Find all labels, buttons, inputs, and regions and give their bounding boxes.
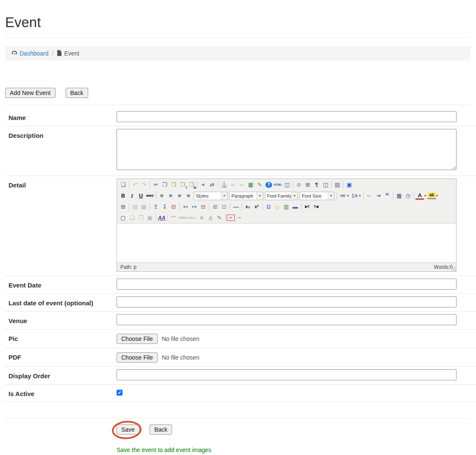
preview-icon[interactable]: ◫ <box>282 181 291 189</box>
text-color-icon[interactable]: A <box>415 192 424 200</box>
fullscreen-icon[interactable]: ▣ <box>345 181 354 189</box>
template-preview-icon[interactable]: ◫ <box>321 181 330 189</box>
insert-column-before-icon[interactable]: ↤ <box>181 203 190 211</box>
form-row-is-active: Is Active <box>4 385 476 402</box>
emoticons-icon[interactable]: ☺ <box>273 203 282 211</box>
display-order-input[interactable] <box>117 369 457 380</box>
breadcrumb-dashboard-link[interactable]: Dashboard <box>11 50 49 57</box>
underline-icon[interactable]: U <box>136 192 145 200</box>
font-size-select[interactable]: Font Size▾ <box>300 192 334 200</box>
format-select[interactable]: Paragraph▾ <box>229 192 263 200</box>
insert-layer-icon[interactable]: ▢ <box>119 214 128 222</box>
last-date-input[interactable] <box>117 296 457 307</box>
unlink-icon: ∞ <box>237 181 246 189</box>
back-button-bottom[interactable]: Back <box>150 424 172 435</box>
align-center-icon[interactable]: ≡ <box>166 192 175 200</box>
help-icon[interactable]: ? <box>265 182 272 188</box>
form-row-display-order: Display Order <box>4 367 476 385</box>
citation-icon: “” <box>169 214 178 222</box>
edit-html-icon[interactable]: HTML <box>273 181 282 189</box>
cut-icon[interactable]: ✂ <box>151 181 160 189</box>
venue-input[interactable] <box>117 314 457 325</box>
delete-row-icon[interactable]: ⊟ <box>169 203 178 211</box>
is-active-checkbox[interactable] <box>117 390 122 396</box>
superscript-icon[interactable]: x² <box>252 203 261 211</box>
text-color-dropdown-arrow[interactable]: ▾ <box>424 194 426 198</box>
toolbar-separator <box>179 203 180 210</box>
delete-column-icon[interactable]: ⊟ <box>199 203 208 211</box>
page-break-icon[interactable]: ╌ <box>235 214 244 222</box>
insert-media-icon[interactable]: ▥ <box>282 203 291 211</box>
toolbar-separator <box>167 214 168 221</box>
nonbreaking-space-icon[interactable]: ↵ <box>227 215 235 221</box>
insert-time-icon[interactable]: ◷ <box>404 192 412 200</box>
back-button-top[interactable]: Back <box>66 88 88 98</box>
bold-icon[interactable]: B <box>119 192 128 200</box>
style-properties-icon[interactable]: AA <box>157 214 166 222</box>
bullet-list-dropdown-arrow[interactable]: ▾ <box>347 194 349 198</box>
font-family-select-arrow-icon[interactable]: ▾ <box>291 192 298 200</box>
paste-from-word-icon[interactable]: ❒W <box>187 181 196 189</box>
anchor-icon[interactable]: ⚓ <box>220 181 228 189</box>
styles-select-arrow-icon[interactable]: ▾ <box>221 192 227 200</box>
background-color-icon[interactable]: ab <box>427 192 436 199</box>
save-button[interactable]: Save <box>117 424 139 435</box>
insert-image-icon[interactable]: ▦ <box>246 181 255 189</box>
find-replace-icon[interactable]: ⇄ <box>208 181 217 189</box>
insert-row-before-icon[interactable]: ↥ <box>151 203 160 211</box>
editor-content-area[interactable] <box>117 223 456 262</box>
paste-as-text-icon[interactable]: ❒T <box>178 181 187 189</box>
italic-icon[interactable]: I <box>128 192 136 200</box>
align-justify-icon[interactable]: ≡ <box>184 192 193 200</box>
remove-format-icon[interactable]: ⊘ <box>294 181 303 189</box>
align-right-icon[interactable]: ≡ <box>175 192 184 200</box>
paste-from-word-badge: W <box>193 186 196 189</box>
blockquote-icon[interactable]: “ <box>383 192 392 200</box>
form-row-description: Description <box>4 126 476 176</box>
align-left-icon[interactable]: ≡ <box>157 192 166 200</box>
toggle-guidelines-icon[interactable]: ⊞ <box>303 181 312 189</box>
find-icon[interactable]: ⌖ <box>199 181 208 189</box>
add-new-event-button[interactable]: Add New Event <box>5 88 56 98</box>
horizontal-rule-icon[interactable]: — <box>231 203 240 211</box>
pdf-choose-file-button[interactable]: Choose File <box>117 352 158 363</box>
insert-row-after-icon[interactable]: ↧ <box>160 203 169 211</box>
paste-icon[interactable]: ❒ <box>169 181 178 189</box>
toolbar-separator <box>156 192 156 199</box>
new-document-icon[interactable]: ❏ <box>119 181 128 189</box>
advanced-hr-icon[interactable]: ▬ <box>291 203 300 211</box>
font-family-select[interactable]: Font Family▾ <box>265 192 298 200</box>
insert-column-after-icon[interactable]: ↦ <box>190 203 199 211</box>
numbered-list-dropdown-arrow[interactable]: ▾ <box>359 194 361 198</box>
ltr-icon[interactable]: ▶¶ <box>303 203 312 211</box>
rtl-icon[interactable]: ¶◀ <box>312 203 320 211</box>
font-size-select-label: Font Size <box>300 193 328 198</box>
split-merged-cells-icon[interactable]: ⊞ <box>211 203 220 211</box>
insert-date-icon[interactable]: ▦ <box>395 192 404 200</box>
breadcrumb: Dashboard / Event <box>5 46 471 61</box>
merge-cells-icon[interactable]: ⊡ <box>220 203 228 211</box>
cleanup-code-icon[interactable]: ✎ <box>255 181 264 189</box>
bullet-list-icon[interactable]: •≡ <box>338 192 347 200</box>
insert-edit-table-icon[interactable]: ⊞ <box>119 203 128 211</box>
description-textarea[interactable] <box>117 129 457 170</box>
special-character-icon[interactable]: Ω <box>264 203 273 211</box>
strikethrough-icon[interactable]: ABC <box>145 192 154 200</box>
copy-icon[interactable]: ❐ <box>160 181 169 189</box>
rich-text-editor: ❏↶↷✂❐❒❒T❒W⌖⇄⚓∞∞▦✎?HTML◫⊘⊞¶◫▤▣ BIUABC≡≡≡≡… <box>117 179 457 272</box>
styles-select[interactable]: Styles▾ <box>194 192 228 200</box>
numbered-list-icon[interactable]: 1≡ <box>350 192 359 200</box>
indent-icon[interactable]: ⇥ <box>374 192 383 200</box>
background-color-dropdown-arrow[interactable]: ▾ <box>436 194 438 198</box>
toolbar-separator <box>129 181 129 188</box>
subscript-icon[interactable]: x₂ <box>243 203 252 211</box>
print-icon[interactable]: ▤ <box>333 181 342 189</box>
font-size-select-arrow-icon[interactable]: ▾ <box>328 192 334 200</box>
format-select-arrow-icon[interactable]: ▾ <box>256 192 263 200</box>
visual-chars-icon[interactable]: ¶ <box>312 181 321 189</box>
pic-choose-file-button[interactable]: Choose File <box>117 334 158 344</box>
pdf-label: PDF <box>4 348 117 365</box>
name-input[interactable] <box>117 111 457 122</box>
edit-attributes-icon[interactable]: ✎ <box>215 214 224 222</box>
event-date-input[interactable] <box>117 279 457 290</box>
